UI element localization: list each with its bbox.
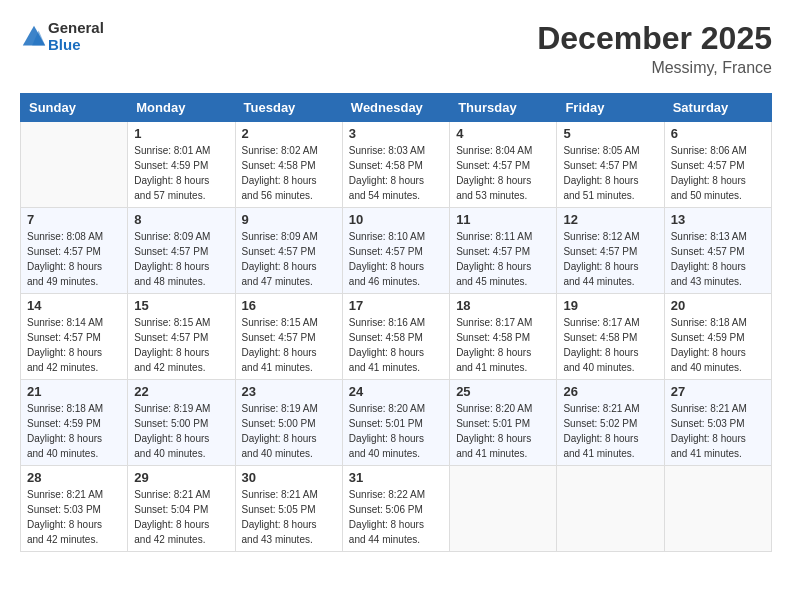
week-row-4: 28Sunrise: 8:21 AMSunset: 5:03 PMDayligh… (21, 466, 772, 552)
calendar-table: Sunday Monday Tuesday Wednesday Thursday… (20, 93, 772, 552)
week-row-1: 7Sunrise: 8:08 AMSunset: 4:57 PMDaylight… (21, 208, 772, 294)
logo-icon (20, 23, 48, 51)
day-number: 7 (27, 212, 121, 227)
week-row-2: 14Sunrise: 8:14 AMSunset: 4:57 PMDayligh… (21, 294, 772, 380)
day-info: Sunrise: 8:21 AMSunset: 5:03 PMDaylight:… (671, 401, 765, 461)
day-number: 2 (242, 126, 336, 141)
day-info: Sunrise: 8:22 AMSunset: 5:06 PMDaylight:… (349, 487, 443, 547)
title-block: December 2025 Messimy, France (537, 20, 772, 77)
day-info: Sunrise: 8:09 AMSunset: 4:57 PMDaylight:… (134, 229, 228, 289)
day-number: 20 (671, 298, 765, 313)
location: Messimy, France (537, 59, 772, 77)
header-tuesday: Tuesday (235, 94, 342, 122)
calendar-cell-w4-d6 (664, 466, 771, 552)
day-number: 8 (134, 212, 228, 227)
calendar-header-row: Sunday Monday Tuesday Wednesday Thursday… (21, 94, 772, 122)
calendar-cell-w1-d1: 8Sunrise: 8:09 AMSunset: 4:57 PMDaylight… (128, 208, 235, 294)
day-info: Sunrise: 8:20 AMSunset: 5:01 PMDaylight:… (456, 401, 550, 461)
calendar-cell-w1-d6: 13Sunrise: 8:13 AMSunset: 4:57 PMDayligh… (664, 208, 771, 294)
calendar-cell-w2-d2: 16Sunrise: 8:15 AMSunset: 4:57 PMDayligh… (235, 294, 342, 380)
calendar-cell-w0-d4: 4Sunrise: 8:04 AMSunset: 4:57 PMDaylight… (450, 122, 557, 208)
day-number: 17 (349, 298, 443, 313)
day-number: 15 (134, 298, 228, 313)
day-number: 11 (456, 212, 550, 227)
day-info: Sunrise: 8:19 AMSunset: 5:00 PMDaylight:… (134, 401, 228, 461)
day-info: Sunrise: 8:18 AMSunset: 4:59 PMDaylight:… (27, 401, 121, 461)
calendar-cell-w0-d0 (21, 122, 128, 208)
day-info: Sunrise: 8:08 AMSunset: 4:57 PMDaylight:… (27, 229, 121, 289)
day-info: Sunrise: 8:21 AMSunset: 5:03 PMDaylight:… (27, 487, 121, 547)
header-friday: Friday (557, 94, 664, 122)
calendar-cell-w3-d2: 23Sunrise: 8:19 AMSunset: 5:00 PMDayligh… (235, 380, 342, 466)
day-info: Sunrise: 8:09 AMSunset: 4:57 PMDaylight:… (242, 229, 336, 289)
calendar-cell-w4-d3: 31Sunrise: 8:22 AMSunset: 5:06 PMDayligh… (342, 466, 449, 552)
calendar-cell-w4-d1: 29Sunrise: 8:21 AMSunset: 5:04 PMDayligh… (128, 466, 235, 552)
calendar-cell-w3-d5: 26Sunrise: 8:21 AMSunset: 5:02 PMDayligh… (557, 380, 664, 466)
day-number: 3 (349, 126, 443, 141)
calendar-cell-w2-d0: 14Sunrise: 8:14 AMSunset: 4:57 PMDayligh… (21, 294, 128, 380)
calendar-cell-w3-d3: 24Sunrise: 8:20 AMSunset: 5:01 PMDayligh… (342, 380, 449, 466)
calendar-cell-w0-d5: 5Sunrise: 8:05 AMSunset: 4:57 PMDaylight… (557, 122, 664, 208)
logo: General Blue (20, 20, 104, 53)
day-info: Sunrise: 8:20 AMSunset: 5:01 PMDaylight:… (349, 401, 443, 461)
calendar-cell-w2-d1: 15Sunrise: 8:15 AMSunset: 4:57 PMDayligh… (128, 294, 235, 380)
logo-general: General (48, 20, 104, 37)
day-info: Sunrise: 8:04 AMSunset: 4:57 PMDaylight:… (456, 143, 550, 203)
day-info: Sunrise: 8:21 AMSunset: 5:04 PMDaylight:… (134, 487, 228, 547)
calendar-cell-w4-d5 (557, 466, 664, 552)
calendar-cell-w3-d0: 21Sunrise: 8:18 AMSunset: 4:59 PMDayligh… (21, 380, 128, 466)
day-info: Sunrise: 8:19 AMSunset: 5:00 PMDaylight:… (242, 401, 336, 461)
day-number: 27 (671, 384, 765, 399)
week-row-0: 1Sunrise: 8:01 AMSunset: 4:59 PMDaylight… (21, 122, 772, 208)
header-wednesday: Wednesday (342, 94, 449, 122)
day-number: 19 (563, 298, 657, 313)
day-info: Sunrise: 8:14 AMSunset: 4:57 PMDaylight:… (27, 315, 121, 375)
day-number: 14 (27, 298, 121, 313)
calendar-cell-w2-d6: 20Sunrise: 8:18 AMSunset: 4:59 PMDayligh… (664, 294, 771, 380)
day-number: 31 (349, 470, 443, 485)
day-info: Sunrise: 8:15 AMSunset: 4:57 PMDaylight:… (242, 315, 336, 375)
calendar-cell-w4-d2: 30Sunrise: 8:21 AMSunset: 5:05 PMDayligh… (235, 466, 342, 552)
day-number: 1 (134, 126, 228, 141)
day-number: 12 (563, 212, 657, 227)
day-info: Sunrise: 8:10 AMSunset: 4:57 PMDaylight:… (349, 229, 443, 289)
day-info: Sunrise: 8:17 AMSunset: 4:58 PMDaylight:… (456, 315, 550, 375)
header-saturday: Saturday (664, 94, 771, 122)
day-info: Sunrise: 8:17 AMSunset: 4:58 PMDaylight:… (563, 315, 657, 375)
day-number: 28 (27, 470, 121, 485)
calendar-cell-w3-d4: 25Sunrise: 8:20 AMSunset: 5:01 PMDayligh… (450, 380, 557, 466)
day-info: Sunrise: 8:12 AMSunset: 4:57 PMDaylight:… (563, 229, 657, 289)
calendar-cell-w2-d3: 17Sunrise: 8:16 AMSunset: 4:58 PMDayligh… (342, 294, 449, 380)
header-monday: Monday (128, 94, 235, 122)
day-info: Sunrise: 8:13 AMSunset: 4:57 PMDaylight:… (671, 229, 765, 289)
day-number: 30 (242, 470, 336, 485)
header-thursday: Thursday (450, 94, 557, 122)
calendar-cell-w3-d6: 27Sunrise: 8:21 AMSunset: 5:03 PMDayligh… (664, 380, 771, 466)
day-number: 9 (242, 212, 336, 227)
day-info: Sunrise: 8:02 AMSunset: 4:58 PMDaylight:… (242, 143, 336, 203)
day-number: 26 (563, 384, 657, 399)
day-number: 16 (242, 298, 336, 313)
day-info: Sunrise: 8:21 AMSunset: 5:02 PMDaylight:… (563, 401, 657, 461)
calendar-cell-w2-d4: 18Sunrise: 8:17 AMSunset: 4:58 PMDayligh… (450, 294, 557, 380)
day-number: 4 (456, 126, 550, 141)
logo-blue: Blue (48, 37, 104, 54)
day-info: Sunrise: 8:16 AMSunset: 4:58 PMDaylight:… (349, 315, 443, 375)
calendar-cell-w1-d4: 11Sunrise: 8:11 AMSunset: 4:57 PMDayligh… (450, 208, 557, 294)
calendar-cell-w0-d2: 2Sunrise: 8:02 AMSunset: 4:58 PMDaylight… (235, 122, 342, 208)
calendar-cell-w1-d0: 7Sunrise: 8:08 AMSunset: 4:57 PMDaylight… (21, 208, 128, 294)
month-title: December 2025 (537, 20, 772, 57)
calendar-cell-w0-d1: 1Sunrise: 8:01 AMSunset: 4:59 PMDaylight… (128, 122, 235, 208)
day-number: 29 (134, 470, 228, 485)
day-number: 25 (456, 384, 550, 399)
day-info: Sunrise: 8:05 AMSunset: 4:57 PMDaylight:… (563, 143, 657, 203)
calendar-cell-w0-d6: 6Sunrise: 8:06 AMSunset: 4:57 PMDaylight… (664, 122, 771, 208)
day-number: 13 (671, 212, 765, 227)
calendar-cell-w2-d5: 19Sunrise: 8:17 AMSunset: 4:58 PMDayligh… (557, 294, 664, 380)
day-number: 22 (134, 384, 228, 399)
calendar-cell-w0-d3: 3Sunrise: 8:03 AMSunset: 4:58 PMDaylight… (342, 122, 449, 208)
page-header: General Blue December 2025 Messimy, Fran… (20, 20, 772, 77)
calendar-cell-w4-d4 (450, 466, 557, 552)
header-sunday: Sunday (21, 94, 128, 122)
calendar-cell-w3-d1: 22Sunrise: 8:19 AMSunset: 5:00 PMDayligh… (128, 380, 235, 466)
